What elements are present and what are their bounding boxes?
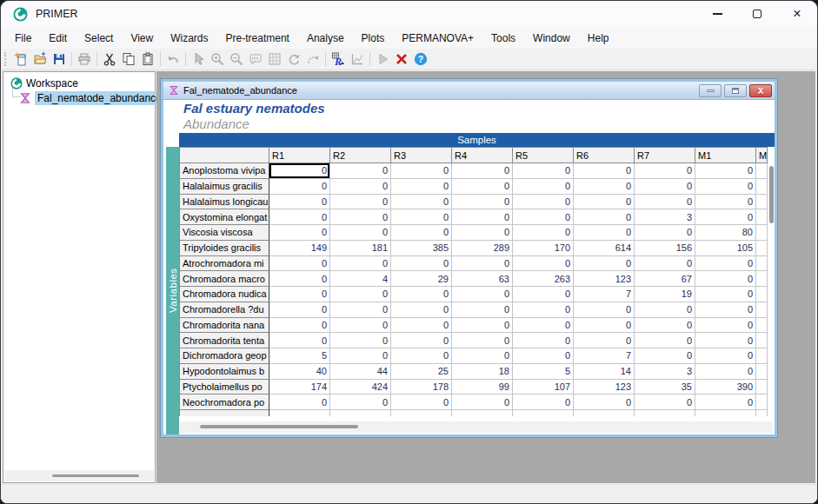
- data-cell[interactable]: 149: [269, 241, 330, 256]
- data-cell[interactable]: 0: [513, 163, 574, 179]
- data-cell[interactable]: 0: [452, 163, 513, 179]
- data-cell[interactable]: 0: [513, 302, 574, 318]
- data-cell[interactable]: 0: [695, 287, 756, 302]
- data-cell[interactable]: 18: [452, 364, 513, 380]
- column-header-r4[interactable]: R4: [452, 148, 513, 163]
- data-cell[interactable]: 0: [695, 256, 756, 272]
- toolbar-grip[interactable]: [4, 52, 8, 66]
- data-cell[interactable]: 289: [452, 241, 513, 256]
- data-cell[interactable]: [756, 271, 768, 287]
- column-header-r3[interactable]: R3: [391, 148, 452, 163]
- data-cell[interactable]: 0: [391, 225, 452, 241]
- data-cell[interactable]: 0: [513, 395, 574, 410]
- data-cell[interactable]: 0: [574, 179, 635, 195]
- data-cell[interactable]: 0: [695, 364, 756, 380]
- data-cell[interactable]: 0: [695, 163, 756, 179]
- column-header-r6[interactable]: R6: [574, 148, 635, 163]
- data-cell[interactable]: [756, 302, 768, 318]
- data-cell[interactable]: [756, 318, 768, 334]
- data-cell[interactable]: [756, 380, 768, 395]
- copy-button[interactable]: [119, 50, 138, 68]
- data-cell[interactable]: 263: [513, 271, 574, 287]
- menu-analyse[interactable]: Analyse: [298, 30, 353, 47]
- data-cell[interactable]: 0: [574, 163, 635, 179]
- data-cell[interactable]: 174: [269, 380, 330, 395]
- data-cell[interactable]: 0: [269, 302, 330, 318]
- data-cell[interactable]: 0: [635, 163, 695, 179]
- grid-hscrollbar[interactable]: [179, 421, 773, 433]
- data-cell[interactable]: 0: [513, 256, 574, 272]
- data-cell[interactable]: 0: [330, 287, 391, 302]
- data-cell[interactable]: 0: [695, 333, 756, 348]
- row-label[interactable]: Ptycholaimellus po: [180, 380, 269, 395]
- data-cell[interactable]: [756, 241, 768, 256]
- data-cell[interactable]: 0: [330, 302, 391, 318]
- data-cell[interactable]: 0: [695, 318, 756, 334]
- data-cell[interactable]: [756, 395, 768, 410]
- data-cell[interactable]: 0: [635, 318, 695, 334]
- tree-item-workspace[interactable]: Workspace: [10, 76, 155, 90]
- data-cell[interactable]: 424: [330, 380, 391, 395]
- data-cell[interactable]: 5: [513, 364, 574, 380]
- data-cell[interactable]: 0: [452, 209, 513, 225]
- data-cell[interactable]: 0: [574, 318, 635, 334]
- data-cell[interactable]: 3: [635, 209, 695, 225]
- data-cell[interactable]: 0: [452, 333, 513, 348]
- data-cell[interactable]: 0: [330, 348, 391, 364]
- data-cell[interactable]: 0: [513, 318, 574, 334]
- data-cell[interactable]: [756, 410, 768, 416]
- data-cell[interactable]: [635, 410, 695, 416]
- row-label[interactable]: Halalaimus gracilis: [180, 179, 269, 195]
- data-cell[interactable]: [756, 287, 768, 302]
- data-cell[interactable]: 0: [391, 287, 452, 302]
- row-label[interactable]: Neochromadora po: [180, 395, 269, 410]
- data-cell[interactable]: 0: [574, 209, 635, 225]
- data-cell[interactable]: 25: [391, 364, 452, 380]
- data-cell[interactable]: 0: [513, 333, 574, 348]
- menu-wizards[interactable]: Wizards: [162, 30, 216, 47]
- data-cell[interactable]: 7: [574, 287, 635, 302]
- data-cell[interactable]: [269, 410, 330, 416]
- menu-file[interactable]: File: [6, 30, 40, 47]
- data-cell[interactable]: 0: [574, 302, 635, 318]
- data-cell[interactable]: 0: [330, 179, 391, 195]
- data-cell[interactable]: [330, 410, 391, 416]
- data-cell[interactable]: [513, 410, 574, 416]
- data-cell[interactable]: 40: [269, 364, 330, 380]
- data-cell[interactable]: 0: [513, 209, 574, 225]
- data-cell[interactable]: [756, 348, 768, 364]
- data-cell[interactable]: 19: [635, 287, 695, 302]
- menu-window[interactable]: Window: [524, 30, 579, 47]
- column-header-r7[interactable]: R7: [635, 148, 695, 163]
- data-matrix-button[interactable]: R: [329, 50, 348, 68]
- data-cell[interactable]: 0: [452, 225, 513, 241]
- data-cell[interactable]: 0: [574, 395, 635, 410]
- row-label[interactable]: Tripyloides gracilis: [180, 241, 269, 256]
- data-cell[interactable]: [756, 333, 768, 348]
- data-cell[interactable]: 0: [391, 395, 452, 410]
- data-cell[interactable]: 7: [574, 348, 635, 364]
- stop-button[interactable]: [392, 50, 411, 68]
- data-cell[interactable]: 0: [269, 179, 330, 195]
- row-label[interactable]: Chromadorita tenta: [180, 333, 269, 348]
- save-button[interactable]: [50, 50, 69, 68]
- data-cell[interactable]: [574, 410, 635, 416]
- data-cell[interactable]: 0: [391, 348, 452, 364]
- data-cell[interactable]: 0: [513, 195, 574, 210]
- close-button[interactable]: ×: [777, 1, 817, 27]
- data-cell[interactable]: 614: [574, 241, 635, 256]
- data-cell[interactable]: 0: [452, 348, 513, 364]
- grid-hscroll-thumb[interactable]: [200, 425, 358, 428]
- data-cell[interactable]: [756, 163, 768, 179]
- row-label[interactable]: Oxystomina elongat: [180, 209, 269, 225]
- column-header-r2[interactable]: R2: [330, 148, 391, 163]
- data-cell[interactable]: 80: [695, 225, 756, 241]
- data-cell[interactable]: 3: [635, 364, 695, 380]
- data-cell[interactable]: 0: [635, 395, 695, 410]
- data-cell[interactable]: [756, 209, 768, 225]
- data-cell[interactable]: 0: [695, 395, 756, 410]
- data-cell[interactable]: 0: [452, 287, 513, 302]
- data-cell[interactable]: 0: [391, 256, 452, 272]
- data-cell[interactable]: 0: [695, 195, 756, 210]
- data-cell[interactable]: 0: [391, 302, 452, 318]
